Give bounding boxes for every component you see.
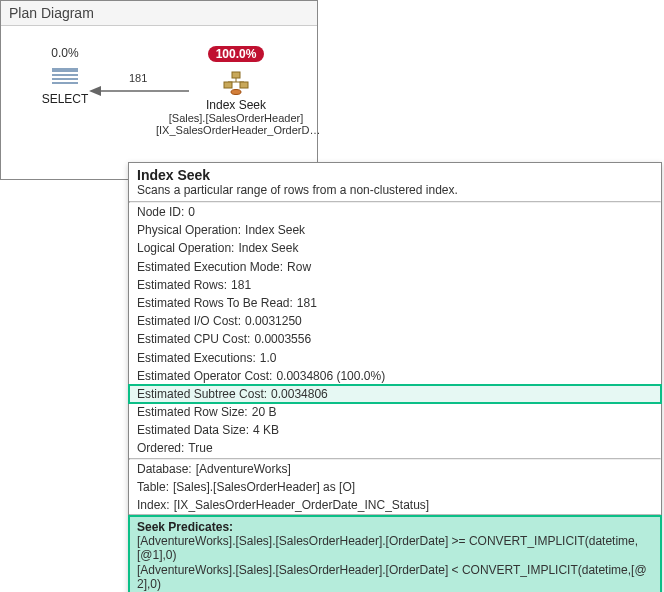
svg-rect-2 (52, 78, 78, 80)
estimated-subtree-cost-row: Estimated Subtree Cost:0.0034806 (129, 385, 661, 403)
seek-node-index: [IX_SalesOrderHeader_OrderD… (156, 124, 316, 136)
property-row: Index:[IX_SalesOrderHeader_OrderDate_INC… (129, 496, 661, 514)
plan-canvas[interactable]: 0.0% SELECT 181 100.0% (1, 26, 317, 176)
seek-node-label: Index Seek (156, 98, 316, 112)
property-row: Estimated Operator Cost:0.0034806 (100.0… (129, 367, 661, 385)
property-row: Ordered:True (129, 439, 661, 457)
tooltip-description: Scans a particular range of rows from a … (129, 183, 661, 201)
property-row: Physical Operation:Index Seek (129, 221, 661, 239)
seek-predicate-line: [AdventureWorks].[Sales].[SalesOrderHead… (129, 534, 661, 563)
seek-cost-pct-badge: 100.0% (208, 46, 265, 62)
property-row: Estimated Execution Mode:Row (129, 258, 661, 276)
panel-title: Plan Diagram (1, 1, 317, 26)
svg-rect-10 (240, 82, 248, 88)
svg-rect-3 (52, 82, 78, 84)
property-row: Estimated Data Size:4 KB (129, 421, 661, 439)
seek-predicate-line: [AdventureWorks].[Sales].[SalesOrderHead… (129, 563, 661, 592)
operator-tooltip: Index Seek Scans a particular range of r… (128, 162, 662, 592)
select-cost-pct: 0.0% (20, 46, 110, 60)
select-icon (49, 64, 81, 90)
property-row: Estimated CPU Cost:0.0003556 (129, 330, 661, 348)
property-row: Logical Operation:Index Seek (129, 239, 661, 257)
index-seek-node[interactable]: 100.0% Index Seek [Sales].[SalesOrderHea… (156, 46, 316, 136)
seek-node-table: [Sales].[SalesOrderHeader] (156, 112, 316, 124)
property-row: Estimated Rows To Be Read:181 (129, 294, 661, 312)
index-seek-icon (220, 70, 252, 96)
seek-predicates-title: Seek Predicates: (129, 518, 661, 534)
select-node[interactable]: 0.0% SELECT (20, 46, 110, 106)
property-row: Database:[AdventureWorks] (129, 460, 661, 478)
property-row: Estimated I/O Cost:0.0031250 (129, 312, 661, 330)
property-row: Node ID:0 (129, 203, 661, 221)
svg-point-11 (231, 90, 241, 95)
svg-marker-5 (89, 86, 101, 96)
svg-rect-6 (232, 72, 240, 78)
property-row: Table:[Sales].[SalesOrderHeader] as [O] (129, 478, 661, 496)
property-row: Estimated Executions:1.0 (129, 349, 661, 367)
property-row: Estimated Rows:181 (129, 276, 661, 294)
seek-predicates-block: Seek Predicates: [AdventureWorks].[Sales… (129, 516, 661, 592)
arrow-row-count: 181 (129, 72, 147, 84)
svg-rect-0 (52, 68, 78, 72)
tooltip-title: Index Seek (129, 163, 661, 183)
plan-diagram-panel: Plan Diagram 0.0% SELECT 181 100.0% (0, 0, 318, 180)
svg-rect-1 (52, 74, 78, 76)
property-row: Estimated Row Size:20 B (129, 403, 661, 421)
svg-rect-9 (224, 82, 232, 88)
